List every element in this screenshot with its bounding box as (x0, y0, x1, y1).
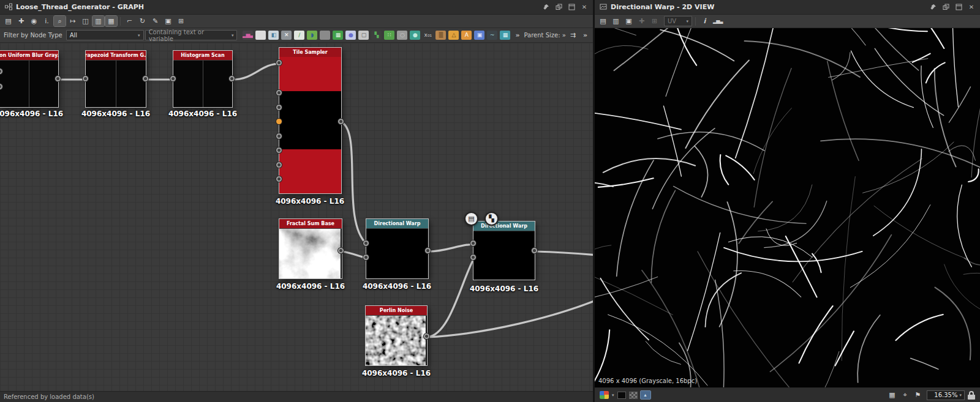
node-port[interactable] (55, 76, 61, 81)
transform-filter[interactable]: ▦ (333, 31, 343, 40)
node-port[interactable] (532, 248, 537, 253)
warning-filter[interactable]: △ (448, 31, 459, 40)
tiling-preview-icon[interactable]: ▦ (886, 390, 898, 400)
frame-filter[interactable]: ▣ (474, 31, 484, 40)
wire[interactable] (428, 300, 593, 337)
node-perlin-noise[interactable]: Perlin Noise (366, 306, 427, 365)
node-port[interactable] (276, 105, 282, 110)
node-port[interactable] (170, 76, 176, 81)
node-histogram-scan[interactable]: Histogram Scan (173, 51, 232, 107)
node-non-uniform-blur-grayscale[interactable]: Non Uniform Blur Gray... (0, 51, 58, 107)
channel-shuffle-filter[interactable]: ✕ (281, 31, 292, 40)
chevron-down-icon[interactable]: ▾ (612, 393, 614, 398)
uniform-color-filter[interactable] (255, 31, 266, 40)
node-type-dropdown[interactable]: All ▾ (66, 30, 144, 40)
node-port[interactable] (0, 84, 2, 89)
node-action-document-button[interactable]: ▤ (464, 212, 478, 226)
node-port[interactable] (276, 90, 282, 95)
pen-tool-icon[interactable]: ✎ (149, 16, 161, 26)
wire[interactable] (429, 244, 474, 251)
pixel-ratio-icon[interactable]: ⌖ (899, 390, 911, 400)
crop-filter[interactable]: ▢ (358, 31, 369, 40)
node-port[interactable] (276, 176, 282, 182)
node-port[interactable] (425, 248, 431, 253)
search-icon[interactable]: ⌕ (54, 16, 66, 26)
elbow-links-icon[interactable]: ⌐ (124, 16, 135, 26)
node-port[interactable] (424, 333, 429, 339)
node-port[interactable] (470, 255, 476, 260)
node-port[interactable] (470, 240, 476, 246)
pin-icon[interactable] (929, 4, 937, 11)
link-mode-icon[interactable]: ↦ (67, 16, 78, 26)
node-port[interactable] (229, 76, 235, 81)
background-color-swatch[interactable] (617, 392, 626, 399)
zoom-level-box[interactable]: 16.35% ▾ (927, 390, 965, 400)
pan-view-icon[interactable]: ✚ (15, 16, 27, 26)
node-port[interactable] (276, 147, 282, 153)
reset-view-icon[interactable]: ↻ (137, 16, 148, 26)
gradient-map-filter[interactable]: ◗ (307, 31, 317, 40)
copy-image-icon[interactable]: ▣ (623, 16, 635, 26)
node-fractal-sum-base[interactable]: Fractal Sum Base (279, 219, 342, 278)
node-port[interactable] (276, 162, 282, 168)
uv-mode-dropdown[interactable]: UV ▾ (664, 16, 692, 26)
view2d-canvas[interactable]: 4096 x 4096 (Grayscale, 16bpc) (595, 28, 980, 387)
channel-split-filter[interactable]: ▚ (371, 31, 382, 40)
export-image-icon[interactable]: ▥ (610, 16, 622, 26)
node-directional-warp-2[interactable]: Directional Warp (473, 221, 535, 280)
node-port[interactable] (276, 133, 282, 139)
node-port[interactable] (0, 69, 2, 74)
node-port[interactable] (363, 255, 369, 260)
grid-display-icon[interactable]: ▦ (105, 16, 117, 26)
noise-filter[interactable]: ▒ (435, 31, 446, 40)
graph-canvas[interactable]: Non Uniform Blur Gray... 4096x4096 - L16… (0, 43, 593, 391)
export-graph-icon[interactable]: ▤ (2, 16, 14, 26)
blur-filter[interactable]: ◌ (397, 31, 407, 40)
node-directional-warp-1[interactable]: Directional Warp (366, 219, 428, 278)
node-port[interactable] (338, 248, 344, 253)
filtering-mode-icon[interactable]: ▴ (641, 391, 650, 399)
save-image-icon[interactable]: ▤ (597, 16, 609, 26)
wire[interactable] (233, 64, 280, 80)
parent-size-options-icon[interactable]: ⇉ (567, 30, 579, 40)
lock-zoom-icon[interactable] (968, 391, 975, 400)
wire[interactable] (342, 122, 367, 244)
grayscale-conversion-filter[interactable] (320, 31, 330, 40)
node-port[interactable] (338, 119, 344, 124)
info-tool-icon[interactable]: i. (41, 16, 53, 26)
text-filter[interactable]: A (461, 31, 472, 40)
node-port[interactable] (83, 76, 88, 81)
frame-snap-icon[interactable]: ⊞ (175, 16, 187, 26)
maximize-icon[interactable] (568, 4, 575, 11)
toolbar-overflow-chevron[interactable]: » (583, 31, 587, 39)
maximize-icon[interactable] (955, 4, 962, 11)
scatter-filter[interactable]: ∷ (384, 31, 394, 40)
wire[interactable] (428, 258, 474, 337)
close-icon[interactable]: ✕ (581, 4, 588, 11)
node-port[interactable] (363, 240, 369, 246)
float-window-icon[interactable] (942, 4, 949, 11)
variable-filter[interactable]: x₀₁ (423, 31, 433, 40)
node-tile-sampler[interactable]: Tile Sampler (279, 48, 341, 193)
node-action-checker-button[interactable]: ▚ (484, 212, 499, 226)
text-filter-dropdown[interactable]: Containing text or variable ▾ (145, 30, 238, 40)
normal-sphere-filter[interactable]: ● (410, 31, 420, 40)
histogram-icon[interactable]: ▂▅▃ (712, 16, 723, 26)
material-display-icon[interactable]: ▣ (162, 16, 174, 26)
wire[interactable] (535, 251, 593, 255)
pin-icon[interactable] (542, 4, 549, 11)
blend-filter[interactable]: ◧ (268, 31, 279, 40)
node-trapezoid-transform[interactable]: Trapezoid Transform G... (86, 51, 146, 107)
node-port[interactable] (276, 60, 282, 65)
float-window-icon[interactable] (555, 4, 562, 11)
waveform-filter[interactable]: ~ (487, 31, 497, 40)
tiling-gizmo-icon[interactable]: ⊞ (649, 16, 660, 26)
checker-background-swatch[interactable] (629, 392, 638, 399)
thumbnail-display-icon[interactable]: ▥ (92, 16, 104, 26)
filter-overflow-chevron[interactable]: » (515, 31, 519, 39)
snapshot-flag-icon[interactable]: ⚑ (912, 390, 924, 400)
transform-gizmo-icon[interactable]: ✚ (636, 16, 647, 26)
split-link-icon[interactable]: ◫ (80, 16, 91, 26)
screenshot-icon[interactable]: ◉ (28, 16, 40, 26)
histogram-filter[interactable]: ▂▅▃ (243, 31, 253, 40)
